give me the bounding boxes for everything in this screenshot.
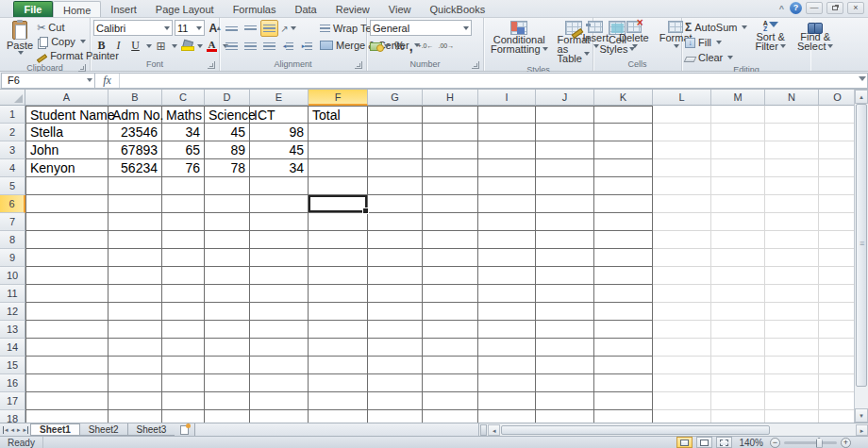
cell-D13[interactable] (205, 321, 250, 339)
cell-F9[interactable] (309, 249, 368, 267)
row-header-14[interactable]: 14 (0, 339, 25, 357)
cell-I14[interactable] (478, 339, 536, 357)
cell-B14[interactable] (108, 339, 162, 357)
cell-B9[interactable] (108, 249, 162, 267)
cell-D2[interactable]: 45 (205, 124, 250, 141)
insert-function-button[interactable]: fx (95, 74, 120, 88)
column-header-M[interactable]: M (711, 90, 765, 106)
clear-button[interactable]: Clear (685, 51, 747, 64)
cell-F4[interactable] (309, 159, 368, 177)
cell-M13[interactable] (711, 321, 765, 339)
comma-style-button[interactable]: , (409, 39, 413, 54)
vertical-scrollbar[interactable]: ▴ ▾ (854, 90, 868, 423)
cell-A17[interactable] (25, 392, 108, 410)
font-size-select[interactable]: 11 (175, 20, 205, 36)
sheet-tab-sheet1[interactable]: Sheet1 (30, 423, 80, 436)
cell-B15[interactable] (108, 357, 162, 374)
cell-O13[interactable] (819, 321, 857, 339)
cell-N15[interactable] (765, 357, 819, 374)
bottom-align-button[interactable] (260, 20, 278, 37)
cell-M10[interactable] (711, 267, 765, 285)
cell-I2[interactable] (478, 124, 536, 141)
cell-N6[interactable] (765, 195, 819, 213)
cell-G14[interactable] (368, 339, 423, 357)
cell-M6[interactable] (711, 195, 765, 213)
cell-C9[interactable] (162, 249, 205, 267)
cell-E14[interactable] (250, 339, 309, 357)
cell-F15[interactable] (309, 357, 368, 374)
cell-G13[interactable] (368, 321, 423, 339)
cell-L11[interactable] (653, 285, 711, 303)
cell-G2[interactable] (368, 124, 423, 141)
cell-D9[interactable] (205, 249, 250, 267)
cell-N16[interactable] (765, 374, 819, 392)
column-header-K[interactable]: K (594, 90, 653, 106)
cell-I7[interactable] (478, 213, 536, 231)
cell-H18[interactable] (423, 410, 478, 423)
cell-F14[interactable] (309, 339, 368, 357)
row-header-12[interactable]: 12 (0, 303, 25, 321)
cell-J8[interactable] (536, 231, 594, 249)
cell-E2[interactable]: 98 (250, 124, 309, 141)
tab-split-handle[interactable] (480, 424, 487, 436)
cell-D4[interactable]: 78 (205, 159, 250, 177)
cell-C8[interactable] (162, 231, 205, 249)
cell-F18[interactable] (309, 410, 368, 423)
font-dialog-launcher-icon[interactable] (208, 61, 215, 69)
cell-H11[interactable] (423, 285, 478, 303)
column-header-J[interactable]: J (536, 90, 594, 106)
cell-O9[interactable] (819, 249, 857, 267)
cell-D8[interactable] (205, 231, 250, 249)
cell-G6[interactable] (368, 195, 423, 213)
conditional-formatting-button[interactable]: Conditional Formatting (487, 20, 552, 55)
cell-N17[interactable] (765, 392, 819, 410)
cell-G15[interactable] (368, 357, 423, 374)
cell-M11[interactable] (711, 285, 765, 303)
cell-H16[interactable] (423, 374, 478, 392)
cell-M3[interactable] (711, 141, 765, 159)
cell-I6[interactable] (478, 195, 536, 213)
cell-B17[interactable] (108, 392, 162, 410)
cell-G18[interactable] (368, 410, 423, 423)
cell-O11[interactable] (819, 285, 857, 303)
cell-A6[interactable] (25, 195, 108, 213)
column-header-E[interactable]: E (250, 90, 309, 106)
cell-I9[interactable] (478, 249, 536, 267)
row-header-5[interactable]: 5 (0, 177, 25, 195)
increase-indent-button[interactable]: ▸ (298, 38, 316, 55)
cell-B3[interactable]: 67893 (108, 141, 162, 159)
cell-B12[interactable] (108, 303, 162, 321)
borders-dropdown-icon[interactable] (172, 44, 177, 51)
cell-H14[interactable] (423, 339, 478, 357)
cell-L13[interactable] (653, 321, 711, 339)
cell-C3[interactable]: 65 (162, 141, 205, 159)
cell-E6[interactable] (250, 195, 309, 213)
cell-C16[interactable] (162, 374, 205, 392)
cell-O1[interactable] (819, 106, 857, 124)
cell-L14[interactable] (653, 339, 711, 357)
underline-dropdown-icon[interactable] (146, 44, 152, 51)
cell-L10[interactable] (653, 267, 711, 285)
cell-C4[interactable]: 76 (162, 159, 205, 177)
column-header-I[interactable]: I (478, 90, 536, 106)
zoom-slider-thumb[interactable] (816, 438, 823, 448)
column-header-D[interactable]: D (205, 90, 250, 106)
bold-button[interactable]: B (93, 38, 109, 54)
cell-G11[interactable] (368, 285, 423, 303)
cell-E4[interactable]: 34 (250, 159, 309, 177)
cell-C14[interactable] (162, 339, 205, 357)
column-header-C[interactable]: C (162, 90, 205, 106)
row-header-16[interactable]: 16 (0, 374, 25, 392)
cell-B18[interactable] (108, 410, 162, 423)
cell-G1[interactable] (368, 106, 423, 124)
cell-L3[interactable] (653, 141, 711, 159)
tab-quickbooks[interactable]: QuickBooks (420, 1, 494, 17)
row-header-10[interactable]: 10 (0, 267, 25, 285)
cell-L16[interactable] (653, 374, 711, 392)
sort-filter-button[interactable]: AZ Sort & Filter (751, 20, 789, 52)
underline-button[interactable]: U (127, 38, 143, 54)
cell-F7[interactable] (309, 213, 368, 231)
cell-N2[interactable] (765, 124, 819, 141)
cell-J1[interactable] (536, 106, 594, 124)
cell-E9[interactable] (250, 249, 309, 267)
